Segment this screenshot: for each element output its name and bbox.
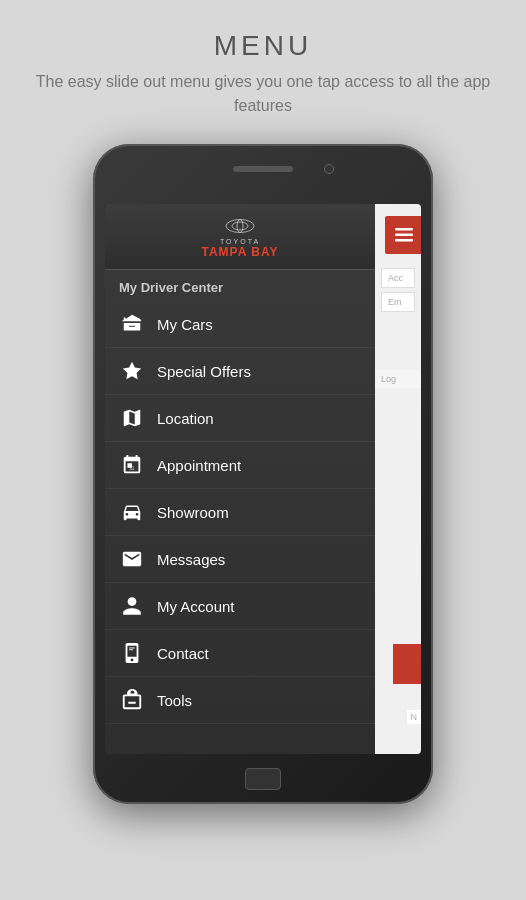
page-subtitle: The easy slide out menu gives you one ta… [20,70,506,118]
envelope-icon [119,546,145,572]
phone-speaker [233,166,293,172]
right-panel: Acc Em Log N [375,204,421,754]
star-icon [119,358,145,384]
em-field: Em [381,292,415,312]
section-title: My Driver Center [105,270,375,301]
car-icon [119,499,145,525]
n-label: N [407,710,422,724]
page-header: MENU The easy slide out menu gives you o… [0,0,526,134]
location-label: Location [157,410,214,427]
menu-item-appointment[interactable]: 31 Appointment [105,442,375,489]
menu-item-tools[interactable]: Tools [105,677,375,724]
contact-icon [119,640,145,666]
svg-point-2 [237,220,243,233]
logo-area: TOYOTA TAMPA BAY [201,216,278,259]
menu-item-contact[interactable]: Contact [105,630,375,677]
map-icon [119,405,145,431]
special-offers-label: Special Offers [157,363,251,380]
phone-body: TOYOTA TAMPA BAY My Driver Center My Car… [93,144,433,804]
toolbox-icon [119,687,145,713]
menu-item-my-account[interactable]: My Account [105,583,375,630]
page-title: MENU [20,30,506,62]
svg-text:31: 31 [129,466,135,471]
menu-item-my-cars[interactable]: My Cars [105,301,375,348]
svg-point-0 [226,220,254,233]
svg-rect-4 [129,648,135,649]
toyota-logo-icon [225,216,255,236]
hamburger-button[interactable] [385,216,421,254]
garage-icon [119,311,145,337]
phone-camera [324,164,334,174]
showroom-label: Showroom [157,504,229,521]
svg-point-1 [232,222,248,230]
menu-header: TOYOTA TAMPA BAY [105,204,375,270]
phone-screen: TOYOTA TAMPA BAY My Driver Center My Car… [105,204,421,754]
logo-toyota-text: TOYOTA [220,238,260,245]
acc-field: Acc [381,268,415,288]
menu-item-location[interactable]: Location [105,395,375,442]
person-icon [119,593,145,619]
menu-items-list: My Cars Special Offers [105,301,375,754]
red-accent-block [393,644,421,684]
appointment-label: Appointment [157,457,241,474]
svg-rect-7 [395,234,413,237]
svg-rect-8 [395,239,413,242]
calendar-icon: 31 [119,452,145,478]
messages-label: Messages [157,551,225,568]
my-cars-label: My Cars [157,316,213,333]
log-field: Log [375,370,421,388]
tools-label: Tools [157,692,192,709]
menu-icon [395,228,413,242]
home-button[interactable] [245,768,281,790]
svg-rect-5 [129,649,133,650]
contact-label: Contact [157,645,209,662]
menu-item-special-offers[interactable]: Special Offers [105,348,375,395]
menu-panel: TOYOTA TAMPA BAY My Driver Center My Car… [105,204,375,754]
logo-brand-text: TAMPA BAY [201,245,278,259]
phone-device: TOYOTA TAMPA BAY My Driver Center My Car… [93,144,433,804]
my-account-label: My Account [157,598,235,615]
menu-item-messages[interactable]: Messages [105,536,375,583]
svg-rect-6 [395,228,413,231]
menu-item-showroom[interactable]: Showroom [105,489,375,536]
